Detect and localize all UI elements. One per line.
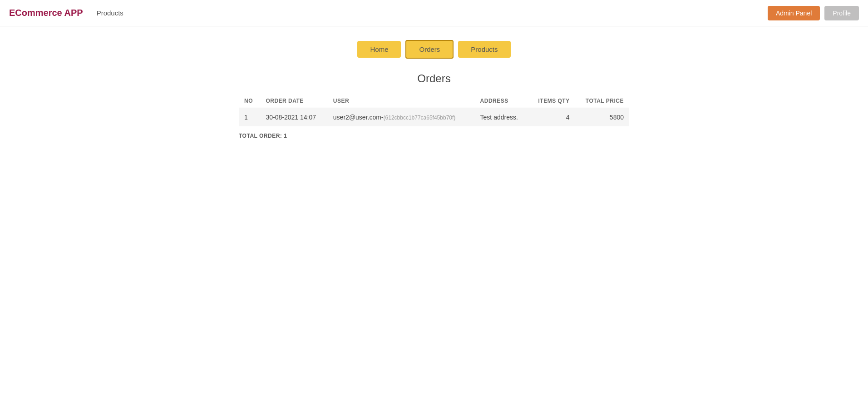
col-address: ADDRESS (475, 94, 528, 108)
tab-orders[interactable]: Orders (405, 40, 454, 59)
col-total-price: TOTAL PRICE (575, 94, 629, 108)
orders-table: NO ORDER DATE USER ADDRESS ITEMS QTY TOT… (239, 94, 629, 126)
orders-section: Orders NO ORDER DATE USER ADDRESS ITEMS … (230, 72, 638, 139)
tab-navigation: Home Orders Products (0, 40, 868, 59)
col-user: USER (328, 94, 475, 108)
cell-total-price: 5800 (575, 108, 629, 127)
table-body: 130-08-2021 14:07user2@user.com-(612cbbc… (239, 108, 629, 127)
navbar: ECommerce APP Products Admin Panel Profi… (0, 0, 868, 26)
cell-no: 1 (239, 108, 260, 127)
orders-title: Orders (239, 72, 629, 85)
profile-button[interactable]: Profile (824, 6, 859, 20)
tab-products[interactable]: Products (458, 41, 510, 58)
col-order-date: ORDER DATE (260, 94, 327, 108)
col-items-qty: ITEMS QTY (528, 94, 575, 108)
brand-logo[interactable]: ECommerce APP (9, 8, 83, 18)
col-no: NO (239, 94, 260, 108)
cell-address: Test address. (475, 108, 528, 127)
tab-home[interactable]: Home (357, 41, 401, 58)
nav-link-products[interactable]: Products (97, 9, 123, 17)
cell-items-qty: 4 (528, 108, 575, 127)
admin-panel-button[interactable]: Admin Panel (768, 6, 820, 20)
table-row[interactable]: 130-08-2021 14:07user2@user.com-(612cbbc… (239, 108, 629, 127)
total-order-label: TOTAL ORDER: 1 (239, 133, 629, 139)
table-header: NO ORDER DATE USER ADDRESS ITEMS QTY TOT… (239, 94, 629, 108)
cell-order-date: 30-08-2021 14:07 (260, 108, 327, 127)
navbar-right: Admin Panel Profile (768, 6, 859, 20)
navbar-left: ECommerce APP Products (9, 8, 123, 18)
cell-user: user2@user.com-(612cbbcc1b77ca65f45bb70f… (328, 108, 475, 127)
